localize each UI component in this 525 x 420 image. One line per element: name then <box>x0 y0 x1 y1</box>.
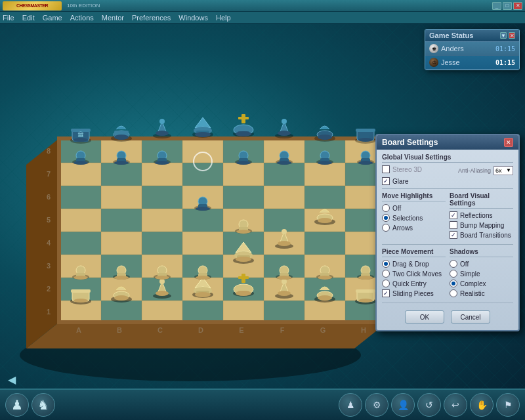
svg-point-98 <box>355 137 376 144</box>
svg-point-142 <box>194 287 212 295</box>
svg-rect-36 <box>264 301 304 324</box>
svg-rect-125 <box>320 158 329 163</box>
piece-movement-col: Piece Movement Drag & Drop Two Click Mov… <box>382 248 446 299</box>
svg-marker-2 <box>26 138 59 348</box>
svg-text:C: C <box>158 326 163 334</box>
toolbar-icon-knight[interactable]: ♞ <box>32 393 55 417</box>
highlight-arrows-radio[interactable] <box>382 224 390 232</box>
glare-checkbox[interactable] <box>382 177 390 185</box>
game-status-pin-button[interactable]: ▼ <box>500 32 507 39</box>
svg-rect-159 <box>356 289 375 293</box>
svg-point-173 <box>194 274 211 280</box>
player-time-anders: 01:15 <box>495 45 515 52</box>
menu-edit[interactable]: Edit <box>22 14 35 22</box>
bump-mapping-row: Bump Mapping <box>450 221 513 229</box>
player-name-jesse: Jesse <box>441 58 493 66</box>
scroll-left-arrow[interactable]: ◀ <box>8 373 16 386</box>
svg-rect-71 <box>71 129 91 132</box>
shadows-realistic-radio[interactable] <box>450 289 457 297</box>
svg-point-152 <box>282 279 287 284</box>
svg-rect-35 <box>182 301 223 324</box>
svg-rect-77 <box>114 131 129 136</box>
svg-rect-167 <box>117 273 126 278</box>
sliding-pieces-checkbox[interactable] <box>382 289 390 297</box>
menu-game[interactable]: Game <box>43 14 62 22</box>
svg-point-199 <box>278 241 291 246</box>
board-transitions-checkbox[interactable] <box>450 231 457 239</box>
stereo3d-checkbox[interactable] <box>382 165 390 173</box>
maximize-button[interactable]: □ <box>503 2 512 10</box>
menu-file[interactable]: File <box>3 14 14 22</box>
svg-point-123 <box>316 159 333 165</box>
title-controls: _ □ ✕ <box>492 2 522 10</box>
svg-point-73 <box>74 138 88 142</box>
toolbar-btn-profile[interactable]: 👤 <box>391 393 415 417</box>
board-transitions-label: Board Transitions <box>460 232 511 239</box>
move-highlights-title: Move Highlights <box>382 192 446 201</box>
toolbar-icon-pawn[interactable]: ♟ <box>5 393 29 417</box>
drag-drop-row: Drag & Drop <box>382 260 446 268</box>
game-status-close-button[interactable]: ✕ <box>509 32 515 39</box>
toolbar-btn-hand[interactable]: ✋ <box>470 393 494 417</box>
svg-point-103 <box>76 151 85 160</box>
svg-rect-121 <box>280 158 289 163</box>
svg-text:7: 7 <box>47 170 51 178</box>
svg-text:8: 8 <box>47 147 51 155</box>
svg-point-144 <box>195 292 211 297</box>
anti-alias-container: Anti-Aliasing 6x ▼ <box>458 166 513 175</box>
toolbar-btn-undo[interactable]: ↩ <box>444 393 467 417</box>
reflections-checkbox[interactable] <box>450 211 457 219</box>
minimize-button[interactable]: _ <box>492 2 501 10</box>
svg-rect-23 <box>142 232 182 255</box>
menu-actions[interactable]: Actions <box>70 14 94 22</box>
cancel-button[interactable]: Cancel <box>451 310 490 324</box>
menu-preferences[interactable]: Preferences <box>132 14 171 22</box>
svg-point-202 <box>318 218 332 223</box>
svg-point-124 <box>320 151 329 160</box>
board-settings-close-button[interactable]: ✕ <box>504 138 513 147</box>
shadows-complex-radio[interactable] <box>450 280 457 287</box>
menu-help[interactable]: Help <box>216 14 231 22</box>
highlight-off-radio[interactable] <box>382 204 390 212</box>
svg-point-127 <box>357 159 374 165</box>
svg-rect-6 <box>60 140 101 163</box>
svg-rect-9 <box>304 140 345 163</box>
svg-rect-70 <box>72 130 89 140</box>
svg-text:F: F <box>280 326 285 334</box>
svg-point-137 <box>114 295 129 301</box>
quick-entry-radio[interactable] <box>382 280 390 287</box>
toolbar-btn-settings[interactable]: ⚙ <box>365 393 388 417</box>
shadows-off-label: Off <box>460 261 469 268</box>
svg-rect-8 <box>223 140 264 163</box>
two-click-row: Two Click Moves <box>382 270 446 278</box>
svg-text:A: A <box>76 326 81 334</box>
svg-point-134 <box>74 299 88 303</box>
menu-mentor[interactable]: Mentor <box>102 14 124 22</box>
svg-rect-129 <box>361 158 370 163</box>
drag-drop-radio[interactable] <box>382 260 390 268</box>
toolbar-btn-redo[interactable]: ↺ <box>417 393 441 417</box>
two-click-radio[interactable] <box>382 270 390 278</box>
highlight-selections-radio[interactable] <box>382 214 390 222</box>
svg-point-78 <box>114 135 129 140</box>
menu-windows[interactable]: Windows <box>178 14 208 22</box>
divider-3 <box>382 303 513 303</box>
anti-alias-select[interactable]: 6x ▼ <box>494 166 513 175</box>
svg-text:2: 2 <box>47 285 51 293</box>
toolbar-btn-flag[interactable]: ⚑ <box>496 393 520 417</box>
shadows-simple-radio[interactable] <box>450 270 457 278</box>
title-bar-left: CHESSMASTER 10th EDITION <box>3 1 100 10</box>
bump-mapping-label: Bump Mapping <box>460 222 504 229</box>
close-button[interactable]: ✕ <box>513 2 522 10</box>
svg-point-91 <box>236 131 251 136</box>
shadows-off-radio[interactable] <box>450 260 457 268</box>
svg-rect-84 <box>196 131 209 135</box>
svg-point-206 <box>236 257 251 262</box>
svg-point-128 <box>361 151 370 160</box>
svg-text:6: 6 <box>47 193 51 201</box>
svg-point-96 <box>317 131 333 138</box>
two-click-label: Two Click Moves <box>392 270 442 278</box>
bump-mapping-checkbox[interactable] <box>450 221 457 229</box>
toolbar-btn-piece[interactable]: ♟ <box>339 393 362 417</box>
ok-button[interactable]: OK <box>405 310 444 324</box>
